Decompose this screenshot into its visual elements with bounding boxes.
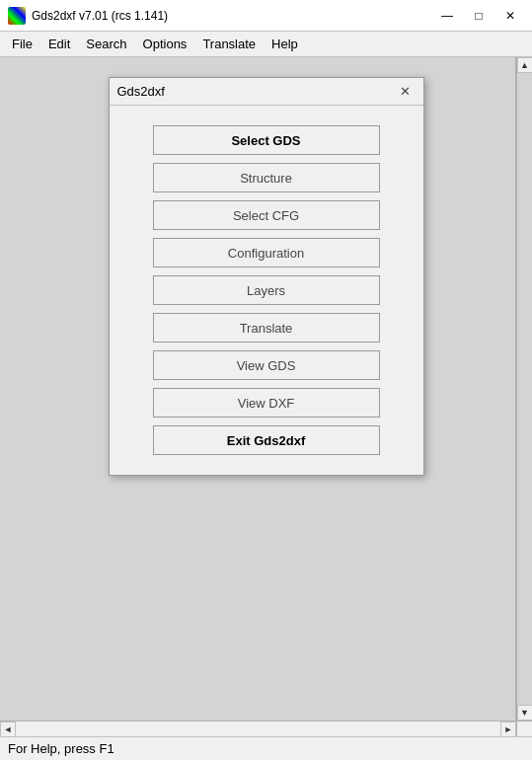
menu-help[interactable]: Help xyxy=(264,34,306,54)
dialog-title: Gds2dxf xyxy=(117,84,165,99)
title-bar: Gds2dxf v7.01 (rcs 1.141) — □ ✕ xyxy=(0,0,532,32)
menu-translate[interactable]: Translate xyxy=(194,34,264,54)
scroll-track-v xyxy=(517,73,532,705)
status-bar: For Help, press F1 xyxy=(0,736,532,760)
view-dxf-button[interactable]: View DXF xyxy=(153,388,380,418)
scrollbar-corner xyxy=(516,721,532,736)
menu-edit[interactable]: Edit xyxy=(40,34,78,54)
configuration-button[interactable]: Configuration xyxy=(153,238,380,267)
dialog-close-button[interactable]: ✕ xyxy=(396,83,416,101)
scroll-up-button[interactable]: ▲ xyxy=(517,57,533,73)
view-gds-button[interactable]: View GDS xyxy=(153,350,380,380)
menu-search[interactable]: Search xyxy=(78,34,134,54)
scroll-left-button[interactable]: ◄ xyxy=(0,722,16,737)
minimize-button[interactable]: — xyxy=(433,6,461,26)
select-gds-button[interactable]: Select GDS xyxy=(153,125,380,155)
dialog-title-bar: Gds2dxf ✕ xyxy=(110,78,423,106)
maximize-button[interactable]: □ xyxy=(465,6,493,26)
menu-options[interactable]: Options xyxy=(135,34,195,54)
status-text: For Help, press F1 xyxy=(8,741,114,756)
scroll-down-button[interactable]: ▼ xyxy=(517,705,533,721)
dialog: Gds2dxf ✕ Select GDS Structure Select CF… xyxy=(109,77,424,476)
vertical-scrollbar: ▲ ▼ xyxy=(516,57,532,721)
title-bar-controls: — □ ✕ xyxy=(433,6,524,26)
layers-button[interactable]: Layers xyxy=(153,275,380,305)
structure-button[interactable]: Structure xyxy=(153,163,380,192)
app-icon xyxy=(8,7,26,25)
window-close-button[interactable]: ✕ xyxy=(496,6,524,26)
horizontal-scrollbar: ◄ ► xyxy=(0,721,516,736)
title-bar-text: Gds2dxf v7.01 (rcs 1.141) xyxy=(32,9,433,23)
exit-button[interactable]: Exit Gds2dxf xyxy=(153,425,380,455)
main-content: Gds2dxf ✕ Select GDS Structure Select CF… xyxy=(0,57,532,736)
translate-button[interactable]: Translate xyxy=(153,313,380,342)
menu-file[interactable]: File xyxy=(4,34,40,54)
select-cfg-button[interactable]: Select CFG xyxy=(153,200,380,230)
menu-bar: File Edit Search Options Translate Help xyxy=(0,32,532,57)
dialog-buttons: Select GDS Structure Select CFG Configur… xyxy=(110,106,423,455)
scroll-right-button[interactable]: ► xyxy=(500,722,516,737)
